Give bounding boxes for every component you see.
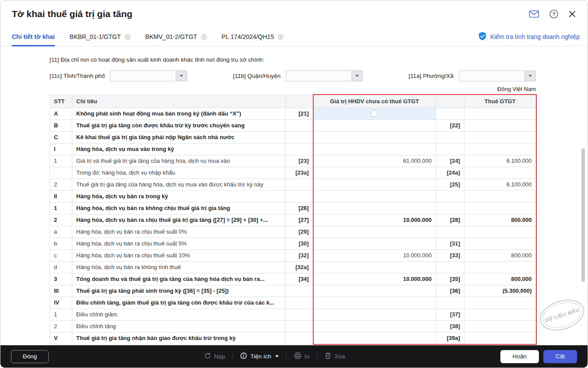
value-cell[interactable]	[464, 191, 536, 203]
value-cell[interactable]	[464, 321, 536, 333]
value-cell[interactable]	[313, 203, 436, 214]
code-cell: [28]	[436, 214, 464, 226]
save-button[interactable]: Cất	[543, 350, 577, 363]
column-header-chi-tieu: Chỉ tiêu	[72, 95, 286, 108]
title-bar: Tờ khai thuế giá trị gia tăng ?	[0, 0, 588, 28]
value-cell[interactable]	[313, 262, 436, 273]
value-cell[interactable]	[313, 132, 436, 144]
code-cell: [36]	[436, 285, 464, 297]
no-activity-checkbox[interactable]	[371, 110, 378, 117]
table-row: aHàng hóa, dịch vụ bán ra chịu thuế suất…	[50, 226, 536, 238]
value-cell[interactable]	[464, 108, 536, 120]
label-cell: Thuế giá trị gia tăng của hàng hóa, dịch…	[72, 179, 286, 191]
value-cell[interactable]	[464, 226, 536, 238]
value-cell[interactable]	[313, 333, 436, 345]
value-cell[interactable]	[464, 238, 536, 250]
value-cell[interactable]	[313, 191, 436, 203]
province-select[interactable]	[110, 70, 187, 81]
print-button[interactable]: In	[294, 352, 309, 361]
close-tab-icon[interactable]	[125, 34, 131, 40]
value-cell[interactable]	[313, 167, 436, 179]
code-cell: [27]	[286, 214, 313, 226]
ward-select[interactable]	[459, 70, 536, 81]
value-cell[interactable]: 6.100.000	[464, 179, 536, 191]
close-button[interactable]: Đóng	[11, 350, 49, 363]
close-tab-icon[interactable]	[278, 34, 283, 40]
postpone-button[interactable]: Hoãn	[500, 350, 539, 363]
value-cell[interactable]	[313, 321, 436, 333]
value-cell[interactable]	[464, 309, 536, 321]
value-cell[interactable]	[464, 333, 536, 345]
value-cell[interactable]	[313, 120, 436, 132]
tab-4[interactable]: PL 174/2024/QH15	[222, 28, 283, 46]
value-cell[interactable]	[464, 120, 536, 132]
value-cell[interactable]	[313, 297, 436, 309]
value-cell[interactable]	[313, 238, 436, 250]
code-cell: [31]	[436, 238, 464, 250]
check-business-status-link[interactable]: Kiểm tra tình trạng doanh nghiệp	[478, 28, 580, 46]
label-cell: Hàng hóa, dịch vụ mua vào trong kỳ	[72, 144, 286, 155]
tab-3[interactable]: BKMV_01-2/GTGT	[145, 28, 207, 46]
tab-label: PL 174/2024/QH15	[222, 33, 274, 40]
column-header-value1: Giá trị HHDV chưa có thuế GTGT	[313, 95, 436, 108]
code-cell: [23a]	[286, 167, 313, 179]
value-cell[interactable]: 800.000	[464, 273, 536, 285]
stt-cell: 1	[50, 309, 72, 321]
value-cell[interactable]: 10.000.000	[313, 273, 436, 285]
value-cell[interactable]	[464, 203, 536, 214]
value-cell[interactable]	[313, 226, 436, 238]
code-cell: [33]	[436, 250, 464, 262]
stt-cell: b	[50, 238, 72, 250]
column-header-value2: Thuế GTGT	[464, 95, 536, 108]
value-cell[interactable]: (5.300.000)	[464, 285, 536, 297]
value-cell[interactable]: 10.000.000	[313, 250, 436, 262]
help-icon[interactable]: ?	[549, 9, 559, 19]
check-business-status-label: Kiểm tra tình trạng doanh nghiệp	[490, 33, 580, 40]
tab-bar: Chi tiết tờ khaiBKBR_01-1/GTGTBKMV_01-2/…	[0, 28, 588, 46]
table-row: IVĐiều chỉnh tăng, giảm thuế giá trị gia…	[50, 297, 536, 309]
value-cell[interactable]	[313, 309, 436, 321]
delete-button[interactable]: Xóa	[325, 352, 345, 361]
form-content: [11] Địa chỉ nơi có hoạt động sản xuất k…	[0, 46, 588, 346]
code-cell	[286, 309, 313, 321]
mail-icon[interactable]	[529, 10, 539, 18]
code-cell	[286, 297, 313, 309]
caret-down-icon	[275, 355, 279, 357]
value-cell[interactable]: 800.000	[464, 250, 536, 262]
value-cell[interactable]: 6.100.000	[464, 155, 536, 167]
utilities-button[interactable]: Tiện ích	[240, 352, 279, 361]
code-cell	[286, 132, 313, 144]
value-cell[interactable]: 61.000.000	[313, 155, 436, 167]
currency-note: Đồng Việt Nam	[50, 85, 536, 93]
page-title: Tờ khai thuế giá trị gia tăng	[12, 9, 132, 19]
label-cell: Hàng hóa, dịch vụ bán ra không chịu thuế…	[72, 203, 286, 214]
address-line-11-label: [11] Địa chỉ nơi có hoạt động sản xuất k…	[50, 56, 588, 64]
reload-button[interactable]: Nạp	[204, 352, 225, 361]
district-select[interactable]	[286, 70, 363, 81]
value-cell[interactable]: 800.000	[464, 214, 536, 226]
table-row: cHàng hóa, dịch vụ bán ra chịu thuế suất…	[50, 250, 536, 262]
tab-1[interactable]: Chi tiết tờ khai	[12, 28, 55, 46]
code-cell: [23]	[286, 155, 313, 167]
close-tab-icon[interactable]	[201, 34, 207, 40]
value-cell[interactable]	[313, 179, 436, 191]
province-label: [11c] Tỉnh/Thành phố	[50, 73, 105, 79]
code-cell	[436, 191, 464, 203]
tab-2[interactable]: BKBR_01-1/GTGT	[70, 28, 131, 46]
value-cell[interactable]	[313, 144, 436, 155]
table-row: 1Hàng hóa, dịch vụ bán ra không chịu thu…	[50, 203, 536, 214]
label-cell: Điều chỉnh giảm	[72, 309, 286, 321]
value-cell[interactable]	[464, 297, 536, 309]
value-cell[interactable]	[464, 144, 536, 155]
value-cell[interactable]: 10.000.000	[313, 214, 436, 226]
value-cell[interactable]	[464, 167, 536, 179]
close-icon[interactable]	[568, 10, 576, 18]
stt-cell: 2	[50, 179, 72, 191]
value-cell[interactable]	[464, 262, 536, 273]
stt-cell: 3	[50, 273, 72, 285]
vertical-scrollbar[interactable]	[581, 148, 585, 282]
value-cell[interactable]	[313, 285, 436, 297]
value-cell[interactable]	[464, 132, 536, 144]
label-cell: Thuế giá trị gia tăng nhận bàn giao được…	[72, 333, 286, 345]
column-header-code2	[436, 95, 464, 108]
